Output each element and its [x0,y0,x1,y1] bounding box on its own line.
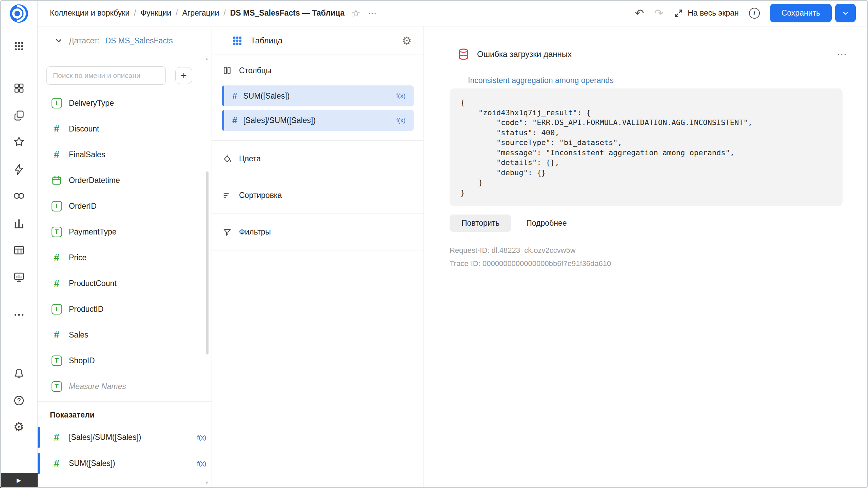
charts-icon[interactable] [0,214,38,232]
favorite-star-icon[interactable]: ☆ [351,8,360,18]
sidebar-expand-bar[interactable]: ▶ [0,473,38,488]
field-row-measure-names[interactable]: T Measure Names [38,373,212,399]
filter-icon [222,227,232,237]
field-label: SUM([Sales]) [243,92,290,101]
scroll-down-icon[interactable]: ▼ [204,480,209,485]
dashboards-icon[interactable] [0,268,38,287]
field-row[interactable]: # FinalSales [38,142,212,167]
notifications-icon[interactable] [0,364,38,383]
filters-section[interactable]: Фильтры [212,214,423,250]
field-label: [Sales]/SUM([Sales]) [69,433,141,442]
number-field-icon: # [232,91,237,101]
info-glyph: i [753,9,755,17]
apps-grid-icon[interactable] [0,37,38,56]
field-label: ShopID [69,356,95,365]
colors-section[interactable]: Цвета [212,141,423,177]
field-row[interactable]: # Price [38,245,212,270]
help-icon[interactable] [0,391,38,410]
field-row[interactable]: # Sales [38,322,212,348]
field-row[interactable]: T ProductID [38,296,212,322]
field-label: FinalSales [69,150,105,159]
scrollbar-thumb[interactable] [206,171,209,354]
database-error-icon [457,47,470,61]
breadcrumb: Коллекции и воркбуки / Функции / Агрегац… [50,8,344,18]
field-accent-bar [222,85,224,106]
chevron-down-icon [841,9,850,18]
error-actions: Повторить Подробнее [450,215,576,232]
add-field-button[interactable]: + [175,67,192,84]
breadcrumb-collections[interactable]: Коллекции и воркбуки [50,8,130,18]
measure-row[interactable]: # [Sales]/SUM([Sales]) f(x) [38,424,212,450]
field-row[interactable]: T DeliveryType [38,90,212,116]
section-label: Сортировка [239,191,282,200]
dimensions-list: T DeliveryType # Discount # FinalSales O… [38,90,212,399]
error-more-icon[interactable]: ⋯ [837,49,848,59]
error-details-link[interactable]: Inconsistent aggregation among operands [468,76,614,85]
field-row[interactable]: # Discount [38,116,212,142]
collapse-chevron-icon[interactable] [54,36,63,45]
fullscreen-button[interactable]: На весь экран [673,8,739,18]
collections-icon[interactable] [0,106,38,125]
table-visualization-icon[interactable] [232,35,243,46]
save-options-button[interactable] [835,4,856,22]
number-field-icon: # [50,252,63,263]
field-row[interactable]: T PaymentType [38,219,212,245]
error-title: Ошибка загрузки данных [477,49,572,59]
visualization-title: Таблица [251,36,282,45]
field-row-clipped[interactable]: # [38,485,212,488]
error-code-block: { "zoid43hx1q7ij_result": { "code": "ERR… [450,88,843,206]
left-navigation-rail: ⚙ ▶ [0,0,38,488]
breadcrumb-functions[interactable]: Функции [140,8,171,18]
gear-icon: ⚙ [13,421,24,433]
field-label: ProductID [69,305,103,314]
favorites-icon[interactable] [0,132,38,151]
search-input[interactable] [46,66,166,85]
datalens-logo[interactable] [0,4,38,23]
datasets-icon[interactable] [0,241,38,260]
columns-section: Столбцы # SUM([Sales]) f(x) # [Sales]/SU… [212,55,423,141]
column-field-row[interactable]: # SUM([Sales]) f(x) [222,85,414,106]
field-row[interactable]: OrderDatetime [38,167,212,193]
columns-section-header[interactable]: Столбцы [222,63,414,78]
breadcrumb-separator: / [134,8,136,18]
redo-icon[interactable]: ↷ [654,8,663,19]
field-label: DeliveryType [69,99,114,108]
string-field-icon: T [52,355,62,366]
connections-icon[interactable] [0,186,38,205]
more-services-icon[interactable] [0,305,38,324]
dataset-name-link[interactable]: DS MS_SalesFacts [105,36,173,45]
field-row[interactable]: T OrderID [38,193,212,219]
undo-icon[interactable]: ↶ [635,8,644,19]
trace-id: Trace-ID: 0000000000000000bb6f7e91f36da6… [450,257,611,270]
fullscreen-label: На весь экран [688,8,739,18]
sort-section[interactable]: Сортировка [212,177,423,214]
settings-icon[interactable]: ⚙ [0,418,38,436]
retry-button[interactable]: Повторить [450,215,511,232]
topbar-actions: ↶ ↷ На весь экран i Сохранить [635,4,856,22]
services-icon[interactable] [0,79,38,98]
field-row[interactable]: # ProductCount [38,270,212,296]
dataset-header: Датасет: DS MS_SalesFacts [38,26,212,55]
number-field-icon: # [50,278,63,289]
field-label: OrderID [69,202,97,211]
column-field-row[interactable]: # [Sales]/SUM([Sales]) f(x) [222,110,414,131]
field-row[interactable]: T ShopID [38,348,212,373]
section-label: Фильтры [239,227,271,237]
details-button[interactable]: Подробнее [517,215,575,232]
scroll-up-icon[interactable]: ▲ [204,56,209,61]
formula-icon: f(x) [396,92,406,100]
breadcrumb-aggregations[interactable]: Агрегации [182,8,219,18]
info-icon[interactable]: i [749,8,760,19]
visualization-header: Таблица ⚙ [212,26,423,55]
expand-icon [673,8,684,18]
editor-icon[interactable] [0,160,38,179]
measure-row[interactable]: # SUM([Sales]) f(x) [38,450,212,476]
section-label: Цвета [239,154,261,163]
field-label: PaymentType [69,227,117,237]
chart-settings-gear-icon[interactable]: ⚙ [402,35,412,46]
save-button[interactable]: Сохранить [770,4,832,22]
number-field-icon: # [50,123,63,135]
formula-icon: f(x) [396,117,406,124]
used-indicator-bar [38,453,40,474]
entry-more-icon[interactable]: ⋯ [368,9,377,18]
